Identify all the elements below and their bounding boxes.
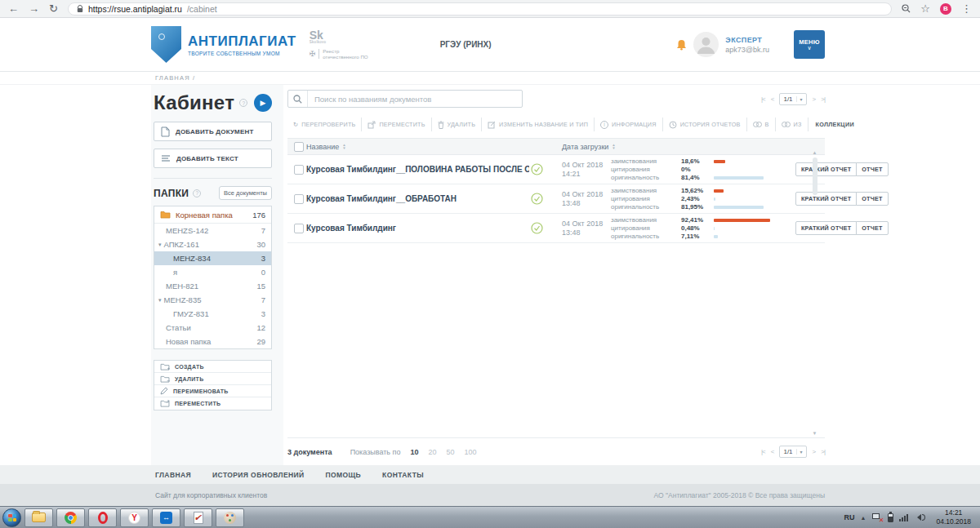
folder-item[interactable]: Новая папка 29 xyxy=(154,335,271,348)
caret-down-icon[interactable]: ▾ xyxy=(158,297,162,304)
battery-icon[interactable] xyxy=(888,513,893,522)
breadcrumb-home[interactable]: ГЛАВНАЯ xyxy=(155,74,190,82)
footer-link-home[interactable]: ГЛАВНАЯ xyxy=(155,471,191,479)
caret-down-icon[interactable]: ▾ xyxy=(158,242,162,248)
address-bar[interactable]: https://rsue.antiplagiat.ru/cabinet xyxy=(68,2,892,16)
breadcrumb[interactable]: ГЛАВНАЯ / xyxy=(155,72,980,82)
network-error-icon[interactable]: ✕ xyxy=(871,513,882,522)
taskbar-paint-button[interactable] xyxy=(216,508,244,527)
browser-profile-avatar[interactable]: B xyxy=(940,3,951,15)
page-size-10[interactable]: 10 xyxy=(410,448,418,456)
last-page-icon[interactable]: >| xyxy=(821,448,825,455)
document-name[interactable]: Курсовая Тимбилдинг xyxy=(306,224,529,233)
footer-link-updates[interactable]: ИСТОРИЯ ОБНОВЛЕНИЙ xyxy=(212,471,304,479)
next-page-icon[interactable]: > xyxy=(813,448,816,455)
browser-forward-icon[interactable]: → xyxy=(29,3,39,14)
first-page-icon[interactable]: |< xyxy=(761,95,765,103)
add-document-button[interactable]: ДОБАВИТЬ ДОКУМЕНТ xyxy=(154,122,272,141)
sort-icon[interactable]: ▲▼ xyxy=(612,144,615,150)
user-info[interactable]: ЭКСПЕРТ apk73@bk.ru xyxy=(725,35,769,55)
page-size-20[interactable]: 20 xyxy=(428,448,436,456)
notification-bell-icon[interactable] xyxy=(676,39,687,51)
zoom-icon[interactable] xyxy=(902,4,911,13)
tray-clock[interactable]: 14:21 04.10.2018 xyxy=(931,508,976,526)
folder-item[interactable]: ▾ АПКZ-161 30 xyxy=(154,237,271,251)
report-button[interactable]: ОТЧЕТ xyxy=(856,192,888,206)
delete-document-button[interactable]: УДАЛИТЬ xyxy=(432,118,482,131)
short-report-button[interactable]: КРАТКИЙ ОТЧЕТ xyxy=(795,162,857,176)
document-name[interactable]: Курсовая Тимбилдинг__ПОЛОВИНА РАБОТЫ ПОС… xyxy=(306,165,529,174)
taskbar-chrome-button[interactable] xyxy=(56,508,85,527)
folder-root[interactable]: Корневая папка 176 xyxy=(154,206,271,224)
signal-bars-icon[interactable] xyxy=(899,514,908,521)
folder-item[interactable]: МЕН-821 15 xyxy=(154,279,271,293)
document-name[interactable]: Курсовая Тимбилдинг__ОБРАБОТАН xyxy=(306,194,529,203)
language-indicator[interactable]: RU xyxy=(844,513,855,521)
rename-document-button[interactable]: ИЗМЕНИТЬ НАЗВАНИЕ И ТИП xyxy=(482,118,595,131)
scroll-down-icon[interactable]: ▼ xyxy=(813,430,817,437)
browser-back-icon[interactable]: ← xyxy=(8,3,19,14)
folder-item[interactable]: ГМУZ-831 3 xyxy=(154,307,271,321)
row-checkbox[interactable] xyxy=(294,224,304,233)
user-avatar[interactable] xyxy=(693,32,719,57)
rename-folder-button[interactable]: ПЕРЕИМЕНОВАТЬ xyxy=(154,385,271,397)
collection-add-button[interactable]: В xyxy=(747,118,776,131)
add-text-button[interactable]: ДОБАВИТЬ ТЕКСТ xyxy=(154,149,272,168)
page-select[interactable]: 1/1 ▾ xyxy=(779,93,806,105)
brand-text[interactable]: АНТИПЛАГИАТ ТВОРИТЕ СОБСТВЕННЫМ УМОМ xyxy=(188,33,296,56)
column-name-label[interactable]: Название xyxy=(306,143,339,151)
collections-label[interactable]: КОЛЛЕКЦИИ xyxy=(808,121,862,128)
prev-page-icon[interactable]: < xyxy=(771,95,774,103)
last-page-icon[interactable]: >| xyxy=(821,95,825,103)
sort-icon[interactable]: ▲▼ xyxy=(342,144,345,150)
footer-link-help[interactable]: ПОМОЩЬ xyxy=(326,471,362,479)
browser-menu-icon[interactable]: ⋮ xyxy=(961,3,972,14)
table-scrollbar[interactable]: ▲ ▼ xyxy=(811,149,818,437)
taskbar-teamviewer-button[interactable]: ↔ xyxy=(152,508,180,527)
folder-item[interactable]: я 0 xyxy=(154,265,271,279)
recheck-button[interactable]: ↻ ПЕРЕПРОВЕРИТЬ xyxy=(287,118,362,131)
report-button[interactable]: ОТЧЕТ xyxy=(856,221,888,235)
folders-help-icon[interactable]: ? xyxy=(193,189,201,197)
report-button[interactable]: ОТЧЕТ xyxy=(856,162,888,176)
scroll-up-icon[interactable]: ▲ xyxy=(813,149,817,156)
browser-refresh-icon[interactable]: ↻ xyxy=(49,3,58,14)
footer-link-contacts[interactable]: КОНТАКТЫ xyxy=(382,471,424,479)
row-checkbox[interactable] xyxy=(294,194,304,204)
folder-item-selected[interactable]: MEHZ-834 3 xyxy=(154,251,271,265)
create-folder-button[interactable]: СОЗДАТЬ xyxy=(154,361,271,373)
video-play-button[interactable]: ▶ xyxy=(254,94,272,112)
taskbar-opera-button[interactable] xyxy=(88,508,117,527)
move-folder-button[interactable]: ПЕРЕМЕСТИТЬ xyxy=(154,397,271,410)
page-select[interactable]: 1/1 ▾ xyxy=(779,446,806,458)
folder-item[interactable]: MEHZS-142 7 xyxy=(154,224,271,237)
all-documents-button[interactable]: Все документы xyxy=(219,186,272,200)
search-icon[interactable] xyxy=(288,91,308,107)
scrollbar-thumb[interactable] xyxy=(813,158,817,195)
page-size-100[interactable]: 100 xyxy=(464,448,476,456)
volume-icon[interactable] xyxy=(914,514,925,521)
row-checkbox[interactable] xyxy=(294,165,304,175)
help-icon[interactable]: ? xyxy=(239,99,247,107)
page-size-50[interactable]: 50 xyxy=(446,448,454,456)
search-input[interactable] xyxy=(308,95,522,104)
antiplagiat-shield-logo[interactable] xyxy=(151,26,181,63)
hidden-icons-chevron[interactable]: ▲ xyxy=(861,515,866,521)
column-date-label[interactable]: Дата загрузки xyxy=(562,143,608,151)
start-button[interactable] xyxy=(2,508,21,527)
short-report-button[interactable]: КРАТКИЙ ОТЧЕТ xyxy=(795,221,857,235)
taskbar-editor-button[interactable]: ✔ xyxy=(184,508,212,527)
next-page-icon[interactable]: > xyxy=(813,95,816,103)
collection-remove-button[interactable]: ИЗ xyxy=(776,118,808,131)
taskbar-explorer-button[interactable] xyxy=(24,508,53,527)
delete-folder-button[interactable]: УДАЛИТЬ xyxy=(154,373,271,385)
info-button[interactable]: i ИНФОРМАЦИЯ xyxy=(595,118,663,131)
prev-page-icon[interactable]: < xyxy=(771,448,774,455)
menu-button[interactable]: МЕНЮ ∨ xyxy=(794,30,825,59)
folder-item[interactable]: ▾ MEHZ-835 7 xyxy=(154,293,271,307)
taskbar-yandex-button[interactable]: Y xyxy=(120,508,149,527)
report-history-button[interactable]: ИСТОРИЯ ОТЧЕТОВ xyxy=(663,118,747,131)
move-document-button[interactable]: ПЕРЕМЕСТИТЬ xyxy=(362,118,431,131)
short-report-button[interactable]: КРАТКИЙ ОТЧЕТ xyxy=(795,192,857,206)
bookmark-star-icon[interactable]: ☆ xyxy=(920,3,930,14)
